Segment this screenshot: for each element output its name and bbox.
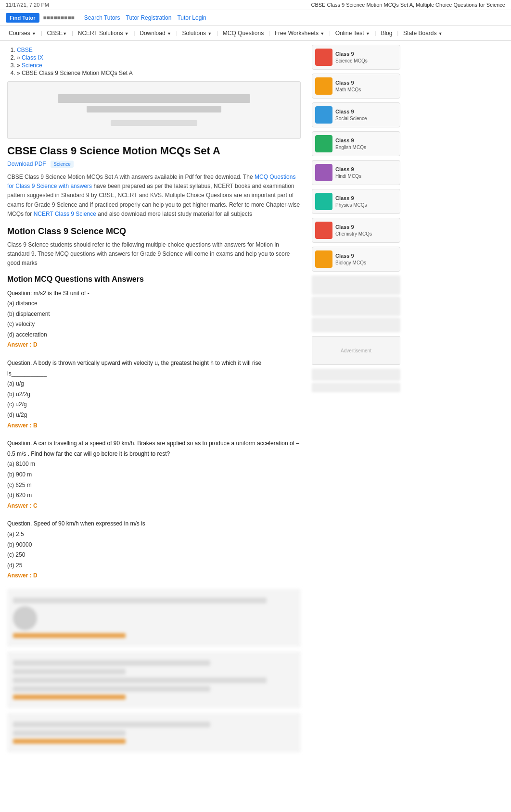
nav-solutions[interactable]: Solutions ▼ [179,28,215,38]
sidebar-card-2: Class 9 Math MCQs [312,74,400,99]
download-section: Download PDF Science [7,160,301,168]
datetime: 11/17/21, 7:20 PM [6,2,49,8]
logo-text: ■■■■■■■■■ [43,14,75,21]
sidebar-ad: Advertisement [312,336,400,365]
q3-option-b: (b) 900 m [7,470,301,480]
q2-option-c: (c) u2/g [7,400,301,410]
q2-option-b: (b) u2/2g [7,389,301,400]
sidebar-card-color-2 [315,77,332,95]
sidebar-card-color-8 [315,250,332,268]
q1-option-d: (d) acceleration [7,330,301,340]
breadcrumb: CBSE » Class IX » Science » CBSE Class 9… [7,47,301,76]
sidebar-card-color-5 [315,164,332,181]
q4-option-a: (a) 2.5 [7,529,301,540]
download-pdf-link[interactable]: Download PDF [7,161,46,167]
courses-arrow-icon: ▼ [32,31,36,36]
section2-heading: Motion MCQ Questions with Answers [7,275,301,284]
q2-answer: Answer : B [7,422,38,429]
q1-option-c: (c) velocity [7,319,301,330]
q4-option-b: (b) 90000 [7,540,301,550]
nav-courses[interactable]: Courses ▼ [6,28,39,38]
sidebar-card-color-1 [315,49,332,66]
sidebar-card-6: Class 9 Physics MCQs [312,189,400,214]
site-header: Find Tutor ■■■■■■■■■ Search Tutors Tutor… [0,10,511,26]
q3-answer: Answer : C [7,502,38,509]
q1-option-b: (b) displacement [7,309,301,320]
nav-state-boards[interactable]: State Boards ▼ [400,28,446,38]
q4-answer: Answer : D [7,572,38,579]
sidebar-blurred-5 [312,383,400,392]
sidebar-card-color-7 [315,222,332,239]
question-1: Question: m/s2 is the SI unit of - (a) d… [7,288,301,351]
q2-option-d: (d) u/2g [7,410,301,421]
sidebar-card-1: Class 9 Science MCQs [312,45,400,70]
nav-ncert-solutions[interactable]: NCERT Solutions ▼ [75,28,132,38]
question-3-text: Question. A car is travelling at a speed… [7,440,299,457]
question-4-text: Question. Speed of 90 km/h when expresse… [7,520,145,527]
page-description: CBSE Class 9 Science Motion MCQs Set A w… [7,173,301,219]
nav-online-test[interactable]: Online Test ▼ [332,28,373,38]
q3-option-a: (a) 8100 m [7,459,301,470]
sidebar-card-4: Class 9 English MCQs [312,131,400,156]
nav-mcq-questions[interactable]: MCQ Questions [220,28,267,38]
question-5-blurred [7,589,301,647]
sidebar-card-5: Class 9 Hindi MCQs [312,160,400,185]
q4-option-d: (d) 25 [7,561,301,571]
breadcrumb-cbse[interactable]: CBSE [17,47,33,53]
question-6-blurred [7,651,301,708]
q3-option-d: (d) 620 m [7,490,301,501]
question-2-text: Question. A body is thrown vertically up… [7,360,261,377]
header-nav-links: Search Tutors Tutor Registration Tutor L… [84,14,206,21]
worksheets-arrow-icon: ▼ [320,31,324,36]
solutions-arrow-icon: ▼ [207,31,212,36]
nav-download[interactable]: Download ▼ [137,28,174,38]
science-badge: Science [51,161,74,168]
ncert-class9-link[interactable]: NCERT Class 9 Science [34,211,98,217]
breadcrumb-class-ix[interactable]: Class IX [22,54,43,61]
logo-area: Find Tutor ■■■■■■■■■ [6,13,75,23]
ncert-arrow-icon: ▼ [125,31,129,36]
sidebar-blurred-3 [312,318,400,332]
q1-answer: Answer : D [7,341,38,348]
sidebar-blurred-4 [312,369,400,381]
breadcrumb-science[interactable]: Science [22,62,42,69]
question-2: Question. A body is thrown vertically up… [7,358,301,431]
search-tutors-link[interactable]: Search Tutors [84,14,120,21]
q1-option-a: (a) distance [7,299,301,309]
top-bar: 11/17/21, 7:20 PM CBSE Class 9 Science M… [0,0,511,10]
nav-free-worksheets[interactable]: Free Worksheets ▼ [272,28,327,38]
main-container: CBSE » Class IX » Science » CBSE Class 9… [0,41,511,762]
sidebar: Class 9 Science MCQs Class 9 Math MCQs C… [308,41,404,762]
cbse-arrow-icon: ▼ [63,31,67,36]
sidebar-card-8: Class 9 Biology MCQs [312,247,400,272]
sidebar-blurred-2 [312,297,400,316]
sidebar-blurred-1 [312,275,400,295]
online-test-arrow-icon: ▼ [366,31,370,36]
page-title: CBSE Class 9 Science Motion MCQs Set A [7,145,301,157]
section1-heading: Motion Class 9 Science MCQ [7,226,301,237]
question-4: Question. Speed of 90 km/h when expresse… [7,519,301,581]
state-boards-arrow-icon: ▼ [438,31,443,36]
tutor-login-link[interactable]: Tutor Login [177,14,206,21]
section1-description: Class 9 Science students should refer to… [7,240,301,268]
breadcrumb-current: CBSE Class 9 Science Motion MCQs Set A [22,70,133,76]
nav-cbse[interactable]: CBSE▼ [44,28,70,38]
question-3: Question. A car is travelling at a speed… [7,438,301,511]
top-ad-banner [7,81,301,139]
tutor-registration-link[interactable]: Tutor Registration [126,14,172,21]
sidebar-card-color-6 [315,193,332,210]
page-browser-title: CBSE Class 9 Science Motion MCQs Set A, … [311,2,505,8]
download-arrow-icon: ▼ [167,31,171,36]
q3-option-c: (c) 625 m [7,480,301,491]
q4-option-c: (c) 250 [7,550,301,561]
question-1-text: Question: m/s2 is the SI unit of - [7,290,89,297]
sidebar-card-3: Class 9 Social Science [312,102,400,127]
content-area: CBSE » Class IX » Science » CBSE Class 9… [0,41,308,762]
sidebar-card-color-4 [315,135,332,152]
sidebar-card-color-3 [315,106,332,124]
main-navbar: Courses ▼ | CBSE▼ | NCERT Solutions ▼ | … [0,26,511,41]
nav-blog[interactable]: Blog [378,28,395,38]
logo-box: Find Tutor [6,13,39,23]
sidebar-card-7: Class 9 Chemistry MCQs [312,218,400,243]
q2-option-a: (a) u/g [7,379,301,389]
